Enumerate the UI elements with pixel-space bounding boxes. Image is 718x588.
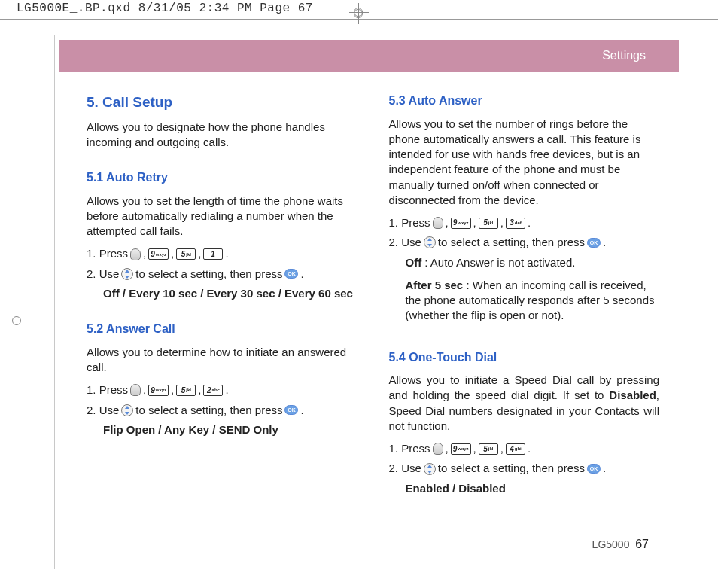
answer-call-step1: 1. Press , 9wxyz, 5jkl, 2abc.: [87, 382, 357, 398]
key-9-icon: 9wxyz: [451, 443, 471, 455]
heading-auto-retry: 5.1 Auto Retry: [87, 169, 357, 186]
step-text: to select a setting, then press: [135, 403, 282, 418]
period: .: [603, 461, 606, 476]
one-touch-options: Enabled / Disabled: [406, 481, 660, 496]
key-2-icon: 2abc: [203, 385, 223, 396]
comma: ,: [446, 215, 449, 230]
banner-title: Settings: [602, 49, 646, 62]
step-text: 1. Press: [389, 215, 430, 230]
key-5-icon: 5jkl: [479, 218, 498, 229]
auto-retry-desc: Allows you to set the length of time the…: [87, 193, 357, 239]
step-text: 2. Use: [87, 267, 119, 282]
answer-call-options: Flip Open / Any Key / SEND Only: [103, 422, 357, 437]
comma: ,: [198, 382, 201, 398]
footer-model: LG5000: [592, 538, 630, 550]
period: .: [300, 403, 303, 418]
key-5-icon: 5jkl: [176, 248, 196, 260]
registration-mark-left: [11, 315, 24, 328]
left-column: 5. Call Setup Allows you to designate ho…: [87, 93, 357, 501]
comma: ,: [473, 215, 476, 230]
comma: ,: [198, 246, 201, 261]
step-text: 2. Use: [389, 235, 421, 250]
heading-call-setup: 5. Call Setup: [87, 93, 357, 112]
period: .: [528, 215, 531, 230]
key-4-icon: 4ghi: [506, 443, 525, 455]
label-after5: After 5 sec: [406, 279, 464, 291]
period: .: [603, 235, 606, 250]
footer-page-number: 67: [635, 538, 649, 550]
auto-answer-desc: Allows you to set the number of rings be…: [389, 117, 660, 209]
content-columns: 5. Call Setup Allows you to designate ho…: [59, 72, 679, 501]
key-5-icon: 5jkl: [176, 385, 196, 396]
period: .: [528, 441, 531, 456]
step-text: to select a setting, then press: [135, 267, 282, 282]
comma: ,: [171, 246, 174, 261]
heading-one-touch-dial: 5.4 One-Touch Dial: [389, 349, 660, 366]
answer-call-step2: 2. Use to select a setting, then press O…: [87, 403, 357, 418]
softkey-icon: [130, 248, 141, 260]
auto-retry-options: Off / Every 10 sec / Every 30 sec / Ever…: [103, 286, 357, 301]
nav-updown-icon: [121, 268, 133, 280]
page-frame: Settings 5. Call Setup Allows you to des…: [54, 35, 679, 569]
nav-updown-icon: [424, 236, 436, 248]
period: .: [300, 267, 303, 282]
period: .: [225, 246, 228, 261]
step-text: 1. Press: [87, 246, 128, 261]
key-1-icon: 1: [203, 248, 223, 260]
key-9-icon: 9wxyz: [148, 385, 169, 396]
comma: ,: [446, 441, 449, 456]
softkey-icon: [433, 443, 443, 455]
comma: ,: [171, 382, 174, 398]
step-text: 2. Use: [87, 403, 119, 418]
crop-marks-header: LG5000E_.BP.qxd 8/31/05 2:34 PM Page 67: [17, 2, 313, 15]
comma: ,: [500, 215, 504, 230]
ok-key-icon: OK: [587, 238, 601, 248]
registration-mark-bottom: [352, 8, 366, 21]
page-footer: LG5000 67: [592, 538, 649, 551]
ok-key-icon: OK: [284, 405, 298, 415]
auto-answer-after5: After 5 sec : When an incoming call is r…: [406, 278, 660, 324]
text-off: : Auto Answer is not activated.: [421, 256, 575, 269]
step-text: 2. Use: [389, 461, 421, 476]
desc-bold: Disabled: [609, 388, 656, 401]
comma: ,: [473, 441, 476, 456]
step-text: to select a setting, then press: [438, 461, 585, 476]
nav-updown-icon: [424, 463, 436, 475]
key-9-icon: 9wxyz: [148, 248, 169, 260]
one-touch-step2: 2. Use to select a setting, then press O…: [389, 461, 660, 476]
comma: ,: [143, 246, 146, 261]
one-touch-desc: Allows you to initiate a Speed Dial call…: [389, 373, 660, 434]
key-5-icon: 5jkl: [479, 443, 498, 455]
auto-retry-step1: 1. Press , 9wxyz, 5jkl, 1.: [87, 246, 357, 261]
softkey-icon: [130, 384, 141, 396]
ok-key-icon: OK: [587, 464, 601, 474]
right-column: 5.3 Auto Answer Allows you to set the nu…: [389, 93, 660, 501]
label-off: Off: [406, 256, 422, 269]
section-banner: Settings: [59, 40, 679, 72]
auto-answer-step1: 1. Press , 9wxyz, 5jkl, 3def.: [389, 215, 660, 230]
step-text: 1. Press: [87, 382, 128, 398]
softkey-icon: [433, 217, 443, 229]
comma: ,: [500, 441, 504, 456]
nav-updown-icon: [121, 404, 133, 416]
key-3-icon: 3def: [506, 218, 525, 229]
ok-key-icon: OK: [284, 269, 298, 279]
period: .: [225, 382, 228, 398]
answer-call-desc: Allows you to determine how to initiate …: [87, 345, 357, 376]
auto-retry-step2: 2. Use to select a setting, then press O…: [87, 267, 357, 282]
one-touch-step1: 1. Press , 9wxyz, 5jkl, 4ghi.: [389, 441, 660, 456]
step-text: to select a setting, then press: [438, 235, 585, 250]
step-text: 1. Press: [389, 441, 430, 456]
auto-answer-off: Off : Auto Answer is not activated.: [406, 255, 660, 270]
heading-answer-call: 5.2 Answer Call: [87, 321, 357, 337]
auto-answer-step2: 2. Use to select a setting, then press O…: [389, 235, 660, 250]
key-9-icon: 9wxyz: [451, 218, 471, 229]
heading-auto-answer: 5.3 Auto Answer: [389, 93, 660, 109]
comma: ,: [143, 382, 146, 398]
intro-text: Allows you to designate how the phone ha…: [87, 120, 357, 151]
